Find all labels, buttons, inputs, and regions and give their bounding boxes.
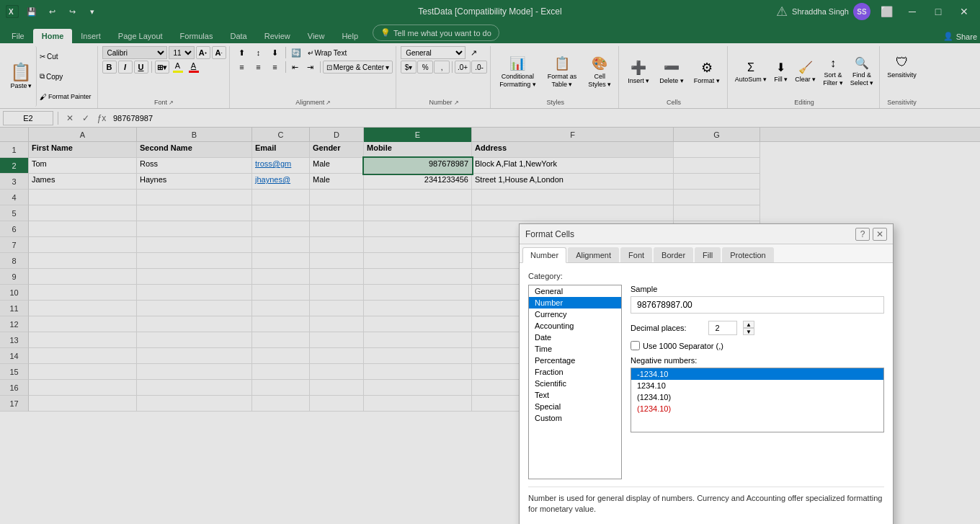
dialog-title-bar: Format Cells ? ✕	[520, 224, 893, 244]
dialog-tab-fill[interactable]: Fill	[695, 247, 721, 262]
category-custom[interactable]: Custom	[529, 412, 621, 424]
format-cells-dialog: Format Cells ? ✕ Number Alignment Font B…	[519, 223, 894, 524]
category-scientific[interactable]: Scientific	[529, 378, 621, 389]
dialog-close-btn[interactable]: ✕	[873, 228, 887, 241]
format-options: Sample 987678987.00 Decimal places: ▲ ▼ …	[631, 285, 884, 479]
category-text[interactable]: Text	[529, 389, 621, 401]
sample-label: Sample	[631, 285, 884, 293]
negative-option-1[interactable]: 1234.10	[631, 380, 883, 391]
dialog-tab-font[interactable]: Font	[620, 247, 652, 262]
category-fraction[interactable]: Fraction	[529, 366, 621, 378]
decimal-down-btn[interactable]: ▼	[743, 328, 754, 335]
category-time[interactable]: Time	[529, 343, 621, 355]
sample-box: Sample 987678987.00	[631, 285, 884, 314]
dialog-tab-bar: Number Alignment Font Border Fill Protec…	[520, 244, 893, 263]
negative-option-3[interactable]: (1234.10)	[631, 403, 883, 414]
dialog-title: Format Cells	[525, 229, 574, 239]
dialog-body: Category: General Number Currency Accoun…	[520, 263, 893, 524]
separator-checkbox[interactable]	[631, 341, 640, 350]
dialog-tab-protection[interactable]: Protection	[722, 247, 774, 262]
category-general[interactable]: General	[529, 285, 621, 297]
dialog-two-col: General Number Currency Accounting Date …	[528, 285, 884, 479]
decimal-places-input[interactable]	[708, 321, 737, 335]
dialog-help-btn[interactable]: ?	[855, 228, 870, 241]
separator-checkbox-row: Use 1000 Separator (,)	[631, 341, 884, 350]
negative-numbers-list[interactable]: -1234.10 1234.10 (1234.10) (1234.10)	[631, 368, 884, 432]
category-special[interactable]: Special	[529, 401, 621, 412]
category-list[interactable]: General Number Currency Accounting Date …	[528, 285, 622, 479]
negative-option-2[interactable]: (1234.10)	[631, 391, 883, 403]
negative-numbers-label: Negative numbers:	[631, 356, 884, 365]
category-date[interactable]: Date	[529, 332, 621, 343]
separator-label[interactable]: Use 1000 Separator (,)	[643, 342, 723, 350]
dialog-tab-number[interactable]: Number	[522, 247, 566, 263]
category-label: Category:	[528, 272, 884, 280]
category-accounting[interactable]: Accounting	[529, 320, 621, 332]
negative-option-0[interactable]: -1234.10	[631, 368, 883, 380]
category-number[interactable]: Number	[529, 297, 621, 308]
decimal-spinner: ▲ ▼	[743, 321, 754, 335]
category-currency[interactable]: Currency	[529, 308, 621, 320]
dialog-controls: ? ✕	[855, 228, 887, 241]
decimal-places-label: Decimal places:	[631, 324, 703, 332]
dialog-tab-alignment[interactable]: Alignment	[568, 247, 619, 262]
decimal-places-row: Decimal places: ▲ ▼	[631, 321, 884, 335]
dialog-tab-border[interactable]: Border	[654, 247, 693, 262]
sample-value: 987678987.00	[631, 296, 884, 314]
dialog-description: Number is used for general display of nu…	[528, 487, 884, 515]
decimal-up-btn[interactable]: ▲	[743, 321, 754, 328]
category-percentage[interactable]: Percentage	[529, 355, 621, 366]
